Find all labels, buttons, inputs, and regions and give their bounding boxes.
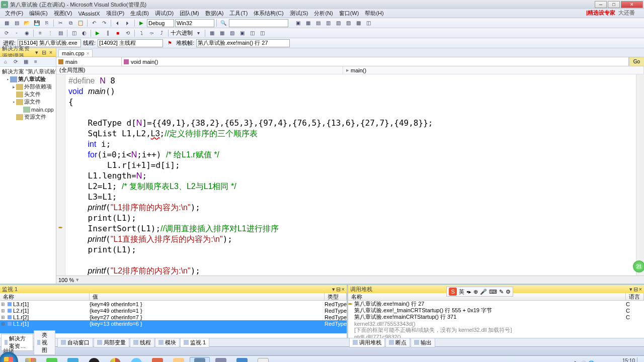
file-tab-main[interactable]: main.cpp× (58, 49, 93, 57)
nav-fwd-icon[interactable]: ⏵ (123, 19, 132, 27)
btab-breakpoints[interactable]: 断点 (385, 338, 410, 347)
dbg-f-icon[interactable]: ▤ (56, 29, 65, 37)
nav-back-icon[interactable]: ⏴ (113, 19, 122, 27)
sol-refresh-icon[interactable]: ⟳ (11, 58, 20, 66)
task-app3[interactable] (253, 357, 273, 363)
dbg-x3-icon[interactable]: ▧ (227, 29, 236, 37)
task-explorer[interactable] (169, 357, 189, 363)
btab-modules[interactable]: 模块 (155, 338, 180, 347)
watch-row[interactable]: ⊞ L2.r[1]{key=49 otherinfo=1 }RedType (0, 307, 347, 314)
scope-left[interactable]: (全局范围) (56, 66, 343, 74)
save-icon[interactable]: 💾 (32, 19, 41, 27)
watch-col-type[interactable]: 类型 (325, 293, 347, 300)
ime-opt2-icon[interactable]: ⊕ (473, 289, 478, 295)
task-vs-active[interactable] (190, 357, 210, 363)
cs-dropdown-icon[interactable]: ▾ (629, 286, 632, 293)
saveall-icon[interactable]: ⎘ (42, 19, 51, 27)
tool-g-icon[interactable]: ▩ (354, 19, 363, 27)
btab-watch1[interactable]: 监视 1 (180, 338, 209, 347)
zoom-combo[interactable]: 100 % (58, 277, 74, 283)
task-word[interactable] (232, 357, 252, 363)
task-ie[interactable] (63, 357, 83, 363)
folder-source[interactable]: 源文件 (24, 98, 41, 106)
menu-analyze[interactable]: 分析(N) (311, 10, 336, 17)
panel-dropdown-icon[interactable]: ▾ (34, 49, 40, 56)
scope-right[interactable]: main() (351, 67, 366, 73)
maximize-button[interactable]: □ (608, 1, 620, 8)
watch-row[interactable]: ⊞ L1.r[2]{key=27 otherinfo=7 }RedType (0, 314, 347, 320)
add-item-icon[interactable]: ▤ (12, 19, 21, 27)
start-debug-icon[interactable]: ▶ (137, 19, 146, 27)
solution-node[interactable]: 解决方案 "第八章试验" (2, 68, 56, 75)
btab-locals[interactable]: 局部变量 (94, 338, 129, 347)
dbg-x2-icon[interactable]: ▦ (217, 29, 226, 37)
vertical-scrollbar[interactable] (636, 74, 644, 276)
menu-data[interactable]: 数据(A) (202, 10, 227, 17)
hex-toggle[interactable]: ▾ (194, 29, 203, 37)
btab-threads[interactable]: 线程 (130, 338, 154, 347)
show-desktop-button[interactable] (637, 357, 641, 363)
panel-close-icon[interactable]: × (48, 49, 54, 56)
scope-member-combo[interactable]: void main() (131, 59, 158, 65)
task-media[interactable] (84, 357, 104, 363)
dbg-e-icon[interactable]: ⋮ (46, 29, 55, 37)
step-out-icon[interactable]: ⤴ (157, 29, 166, 37)
watch-dropdown-icon[interactable]: ▾ (332, 286, 335, 293)
step-into-icon[interactable]: ⤵ (137, 29, 146, 37)
system-clock[interactable]: 15:102018/11/6 星期二 (596, 358, 635, 363)
go-button[interactable]: Go (629, 57, 644, 66)
ime-opt3-icon[interactable]: 🎤 (480, 289, 487, 295)
menu-test[interactable]: 测试(S) (287, 10, 311, 17)
dbg-x4-icon[interactable]: ▣ (237, 29, 247, 37)
menu-arch[interactable]: 体系结构(C) (251, 10, 286, 17)
stop-debug-icon[interactable]: ■ (113, 29, 122, 37)
continue-icon[interactable]: ▶ (93, 29, 102, 37)
minimize-button[interactable]: ─ (595, 1, 607, 8)
menu-vassist[interactable]: VAssistX (75, 11, 103, 17)
thread-flag-icon[interactable]: ⚑ (165, 39, 174, 47)
task-edge[interactable] (126, 357, 146, 363)
step-over-icon[interactable]: ⤼ (147, 29, 156, 37)
btab-output[interactable]: 输出 (411, 338, 435, 347)
dbg-d-icon[interactable]: ≡ (36, 29, 45, 37)
watch-row[interactable]: ⊞ L3.r[1]{key=49 otherinfo=1 }RedType (0, 301, 347, 307)
menu-window[interactable]: 窗口(W) (336, 10, 362, 17)
menu-tools[interactable]: 工具(T) (226, 10, 251, 17)
menu-build[interactable]: 生成(B) (127, 10, 152, 17)
folder-resource[interactable]: 资源文件 (24, 113, 46, 121)
sol-prop-icon[interactable]: ≡ (31, 58, 40, 66)
project-node[interactable]: 第八章试验 (18, 75, 46, 83)
ime-opt4-icon[interactable]: ⌨ (489, 289, 497, 295)
ime-opt6-icon[interactable]: ⚙ (506, 289, 511, 295)
tab-close-icon[interactable]: × (87, 51, 90, 56)
menu-view[interactable]: 视图(V) (51, 10, 75, 17)
tool-e-icon[interactable]: ▧ (334, 19, 343, 27)
config-combo[interactable]: Debug (147, 19, 174, 27)
watch-row[interactable]: ⊞ L1.r[1]{key=13 otherinfo=6 }RedType (0, 320, 347, 327)
cs-close-icon[interactable]: × (639, 286, 642, 293)
sol-home-icon[interactable]: ⌂ (1, 58, 10, 66)
task-ppt[interactable] (147, 357, 168, 363)
find-icon[interactable]: 🔍 (219, 19, 228, 27)
thread-combo[interactable]: [14092] 主线程 (98, 39, 163, 47)
btab-classview[interactable]: 类视图 (34, 330, 55, 355)
ime-bar[interactable]: S 英 •▸ ⊕ 🎤 ⌨ ✎ ⚙ (446, 287, 513, 297)
callstack-row[interactable]: 第八章试验.exe!mainCRTStartup() 行 371C (348, 314, 644, 320)
menu-file[interactable]: 文件(F) (2, 10, 26, 17)
copy-icon[interactable]: ⧉ (66, 19, 75, 27)
dbg-x5-icon[interactable]: ◫ (248, 29, 257, 37)
dbg-x1-icon[interactable]: ▦ (207, 29, 216, 37)
panel-pin-icon[interactable]: ⊟ (41, 49, 47, 56)
undo-icon[interactable]: ↶ (90, 19, 99, 27)
watch-pin-icon[interactable]: ⊟ (336, 286, 341, 293)
tool-a-icon[interactable]: ▣ (293, 19, 302, 27)
dbg-x6-icon[interactable]: ◫ (258, 29, 267, 37)
watch-close-icon[interactable]: × (342, 286, 345, 293)
menu-team[interactable]: 团队(M) (177, 10, 202, 17)
cs-pin-icon[interactable]: ⊟ (633, 286, 638, 293)
new-project-icon[interactable]: ▦ (2, 19, 11, 27)
sol-showall-icon[interactable]: ▦ (21, 58, 30, 66)
editor-gutter[interactable] (56, 74, 65, 276)
menu-edit[interactable]: 编辑(E) (26, 10, 51, 17)
break-all-icon[interactable]: ‖ (103, 29, 112, 37)
